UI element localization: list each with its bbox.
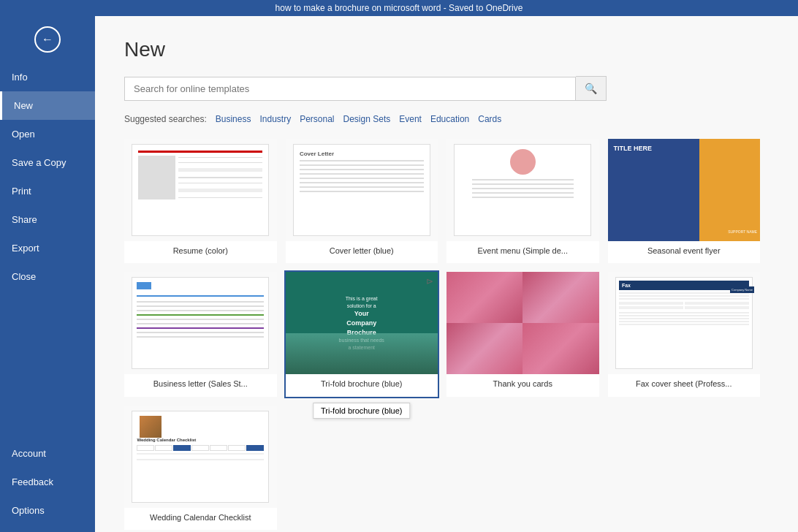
sidebar-item-close[interactable]: Close [0, 262, 95, 291]
template-resume-color[interactable]: Resume (color) [124, 139, 277, 263]
template-event-menu[interactable]: Event menu (Simple de... [446, 139, 599, 263]
template-thumb-biz-letter [124, 272, 277, 374]
sidebar-item-new[interactable]: New [0, 91, 95, 120]
template-name-fax: Fax cover sheet (Profess... [633, 374, 734, 390]
thankyou-flowers-4 [522, 323, 598, 374]
suggested-link-business[interactable]: Business [216, 114, 251, 124]
search-input[interactable] [124, 77, 576, 101]
template-name-biz-letter: Business letter (Sales St... [151, 374, 251, 390]
template-thumb-resume [124, 139, 277, 241]
template-trifold[interactable]: This is a great solution for a YourCompa… [286, 272, 438, 396]
search-icon: 🔍 [585, 83, 597, 94]
pin-icon: ⊳ [426, 276, 433, 286]
template-name-calendar: Wedding Calendar Checklist [147, 508, 254, 524]
sidebar-item-share[interactable]: Share [0, 205, 95, 234]
app-container: ← Info New Open Save a Copy Print Share [0, 16, 798, 532]
template-seasonal-flyer[interactable]: TITLE HERE SUPPORT NAME Seasonal event f… [608, 139, 761, 263]
sidebar-bottom: Account Feedback Options [0, 439, 95, 532]
sidebar-item-close-label: Close [12, 271, 36, 282]
title-bar-text: how to make a brochure on microsoft word… [276, 3, 523, 13]
template-name-event-menu: Event menu (Simple de... [474, 241, 571, 257]
template-cover-letter[interactable]: Cover Letter Cover letter (blue) [286, 139, 438, 263]
template-thumb-seasonal: TITLE HERE SUPPORT NAME [608, 139, 761, 241]
title-bar: how to make a brochure on microsoft word… [0, 0, 798, 16]
thankyou-flowers-3 [446, 323, 522, 374]
template-name-cover: Cover letter (blue) [327, 241, 397, 257]
suggested-link-design-sets[interactable]: Design Sets [343, 114, 391, 124]
sidebar-item-account[interactable]: Account [0, 439, 95, 468]
suggested-link-cards[interactable]: Cards [478, 114, 501, 124]
back-button[interactable]: ← [0, 16, 95, 63]
sidebar-item-options[interactable]: Options [0, 496, 95, 525]
suggested-link-education[interactable]: Education [430, 114, 469, 124]
suggested-link-industry[interactable]: Industry [259, 114, 291, 124]
sidebar-item-feedback[interactable]: Feedback [0, 468, 95, 496]
template-thumb-calendar: Wedding Calendar Checklist [124, 406, 277, 508]
thankyou-flowers-2 [522, 272, 598, 323]
sidebar-item-share-label: Share [12, 214, 37, 225]
sidebar-item-export-label: Export [12, 243, 39, 254]
sidebar-item-save-copy-label: Save a Copy [12, 157, 66, 168]
sidebar-item-print-label: Print [12, 186, 31, 197]
sidebar-item-open-label: Open [12, 129, 35, 140]
sidebar-nav: Info New Open Save a Copy Print Share Ex… [0, 63, 95, 291]
main-content: New 🔍 Suggested searches: Business Indus… [95, 16, 798, 532]
sidebar-item-open[interactable]: Open [0, 120, 95, 148]
template-thumb-cover: Cover Letter [286, 139, 438, 241]
sidebar-item-account-label: Account [12, 448, 46, 459]
search-button[interactable]: 🔍 [576, 76, 607, 101]
template-calendar[interactable]: Wedding Calendar Checklist [124, 406, 277, 530]
suggested-searches-label: Suggested searches: [124, 114, 207, 124]
suggested-link-personal[interactable]: Personal [300, 114, 334, 124]
templates-grid: Resume (color) Cover Letter [124, 139, 760, 397]
page-title: New [124, 38, 776, 61]
back-circle-icon: ← [34, 26, 61, 53]
template-name-resume: Resume (color) [170, 241, 231, 257]
sidebar-item-save-copy[interactable]: Save a Copy [0, 148, 95, 177]
sidebar-item-options-label: Options [12, 505, 45, 516]
sidebar-item-print[interactable]: Print [0, 177, 95, 205]
back-arrow-icon: ← [42, 33, 53, 46]
sidebar-item-export[interactable]: Export [0, 234, 95, 262]
template-thumb-fax: Fax Company Name [608, 272, 761, 374]
template-biz-letter[interactable]: Business letter (Sales St... [124, 272, 277, 396]
sidebar: ← Info New Open Save a Copy Print Share [0, 16, 95, 532]
trifold-tooltip: Tri-fold brochure (blue) [313, 403, 410, 419]
search-container: 🔍 [124, 76, 607, 101]
sidebar-item-new-label: New [14, 100, 33, 111]
template-fax[interactable]: Fax Company Name [608, 272, 761, 396]
sidebar-item-info[interactable]: Info [0, 63, 95, 91]
template-name-thankyou: Thank you cards [490, 374, 555, 390]
thankyou-flowers-1 [446, 272, 522, 323]
template-thumb-thankyou [446, 272, 599, 374]
template-thumb-trifold: This is a great solution for a YourCompa… [286, 272, 438, 374]
sidebar-divider [0, 291, 95, 439]
template-name-trifold: Tri-fold brochure (blue) [318, 374, 405, 390]
template-name-seasonal: Seasonal event flyer [645, 241, 723, 257]
sidebar-item-feedback-label: Feedback [12, 476, 53, 487]
sidebar-item-info-label: Info [12, 72, 28, 83]
template-thumb-event-menu [446, 139, 599, 241]
template-thankyou[interactable]: Thank you cards [446, 272, 599, 396]
suggested-link-event[interactable]: Event [399, 114, 422, 124]
templates-grid-row2: Wedding Calendar Checklist [124, 406, 760, 530]
suggested-searches: Suggested searches: Business Industry Pe… [124, 114, 776, 124]
